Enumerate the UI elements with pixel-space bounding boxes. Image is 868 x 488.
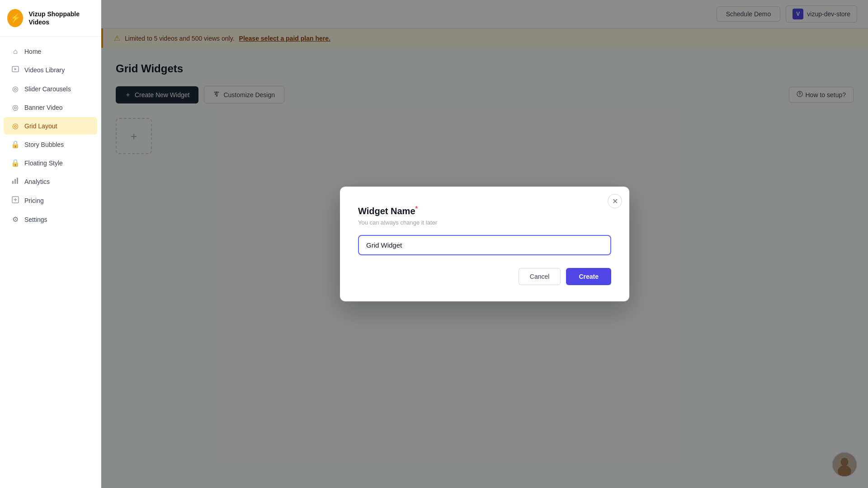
create-widget-modal: ✕ Widget Name* You can always change it … <box>340 187 629 301</box>
modal-close-button[interactable]: ✕ <box>608 194 622 208</box>
required-marker: * <box>415 205 418 212</box>
banner-video-icon: ◎ <box>11 103 20 112</box>
logo-icon: ⚡ <box>7 9 23 27</box>
svg-rect-3 <box>17 178 18 184</box>
story-bubbles-icon: 🔒 <box>11 140 20 149</box>
sidebar-item-banner-video[interactable]: ◎ Banner Video <box>4 99 97 116</box>
sidebar-item-label: Story Bubbles <box>24 141 64 148</box>
sidebar-item-floating-style[interactable]: 🔒 Floating Style <box>4 154 97 172</box>
sidebar-item-label: Pricing <box>24 197 44 204</box>
main-content: Schedule Demo V vizup-dev-store ⚠ Limite… <box>101 0 868 488</box>
app-name: Vizup Shoppable Videos <box>28 10 94 26</box>
sidebar-item-label: Grid Layout <box>24 122 57 130</box>
cancel-button[interactable]: Cancel <box>519 268 561 285</box>
videos-library-icon <box>11 66 20 75</box>
sidebar-item-label: Floating Style <box>24 160 63 167</box>
floating-style-icon: 🔒 <box>11 159 20 167</box>
modal-subtitle: You can always change it later <box>358 219 611 226</box>
sidebar-item-label: Home <box>24 48 41 55</box>
modal-actions: Cancel Create <box>358 268 611 285</box>
sidebar: ⚡ Vizup Shoppable Videos ⌂ Home Videos L… <box>0 0 101 488</box>
sidebar-item-label: Videos Library <box>24 66 65 74</box>
slider-carousels-icon: ◎ <box>11 84 20 93</box>
sidebar-nav: ⌂ Home Videos Library ◎ Slider Carousels… <box>0 37 101 488</box>
settings-icon: ⚙ <box>11 215 20 224</box>
sidebar-item-settings[interactable]: ⚙ Settings <box>4 211 97 228</box>
sidebar-item-home[interactable]: ⌂ Home <box>4 43 97 60</box>
svg-rect-1 <box>12 181 14 184</box>
pricing-icon <box>11 196 20 205</box>
sidebar-item-label: Slider Carousels <box>24 85 71 93</box>
modal-title: Widget Name* <box>358 205 611 216</box>
create-confirm-button[interactable]: Create <box>566 268 611 285</box>
sidebar-item-label: Settings <box>24 216 47 223</box>
sidebar-item-story-bubbles[interactable]: 🔒 Story Bubbles <box>4 136 97 153</box>
svg-rect-2 <box>14 179 16 184</box>
analytics-icon <box>11 177 20 186</box>
sidebar-item-pricing[interactable]: Pricing <box>4 192 97 210</box>
sidebar-item-label: Banner Video <box>24 104 63 111</box>
home-icon: ⌂ <box>11 47 20 56</box>
sidebar-item-analytics[interactable]: Analytics <box>4 173 97 191</box>
grid-layout-icon: ◎ <box>11 122 20 130</box>
modal-overlay: ✕ Widget Name* You can always change it … <box>101 0 868 488</box>
sidebar-item-label: Analytics <box>24 178 50 185</box>
sidebar-item-grid-layout[interactable]: ◎ Grid Layout <box>4 117 97 135</box>
sidebar-logo: ⚡ Vizup Shoppable Videos <box>0 0 101 37</box>
sidebar-item-videos-library[interactable]: Videos Library <box>4 61 97 79</box>
sidebar-item-slider-carousels[interactable]: ◎ Slider Carousels <box>4 80 97 98</box>
widget-name-input[interactable] <box>358 235 611 255</box>
